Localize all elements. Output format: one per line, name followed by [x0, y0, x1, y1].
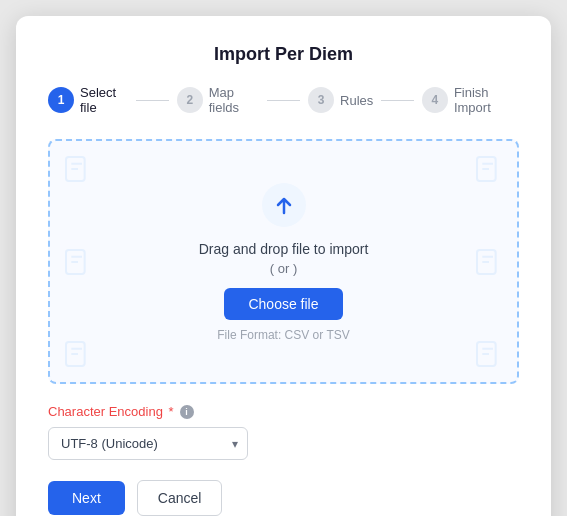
svg-rect-3 [477, 342, 496, 366]
step-2-circle: 2 [177, 87, 203, 113]
deco-br [473, 338, 505, 370]
step-1-label: Select file [80, 85, 128, 115]
next-button[interactable]: Next [48, 481, 125, 515]
step-2: 2 Map fields [177, 85, 260, 115]
svg-rect-0 [66, 157, 85, 181]
step-divider-3 [381, 100, 414, 101]
step-divider-1 [136, 100, 169, 101]
deco-mr [473, 246, 505, 278]
step-4-label: Finish Import [454, 85, 519, 115]
step-4-circle: 4 [422, 87, 448, 113]
or-text: ( or ) [270, 261, 297, 276]
step-1-circle: 1 [48, 87, 74, 113]
svg-rect-1 [477, 157, 496, 181]
drop-zone[interactable]: Drag and drop file to import ( or ) Choo… [48, 139, 519, 384]
encoding-label: Character Encoding * [48, 404, 174, 419]
footer-actions: Next Cancel [48, 480, 519, 516]
encoding-info-icon[interactable]: i [180, 405, 194, 419]
encoding-label-row: Character Encoding * i [48, 404, 519, 419]
upload-icon [260, 181, 308, 229]
step-1: 1 Select file [48, 85, 128, 115]
import-modal: Import Per Diem 1 Select file 2 Map fiel… [16, 16, 551, 516]
deco-tl [62, 153, 94, 185]
step-divider-2 [267, 100, 300, 101]
deco-bl [62, 338, 94, 370]
step-3: 3 Rules [308, 87, 373, 113]
svg-rect-5 [477, 250, 496, 274]
step-3-circle: 3 [308, 87, 334, 113]
file-format-hint: File Format: CSV or TSV [217, 328, 349, 342]
step-3-label: Rules [340, 93, 373, 108]
svg-rect-2 [66, 342, 85, 366]
cancel-button[interactable]: Cancel [137, 480, 223, 516]
encoding-field-group: Character Encoding * i UTF-8 (Unicode) A… [48, 404, 519, 460]
deco-ml [62, 246, 94, 278]
stepper: 1 Select file 2 Map fields 3 Rules 4 Fin… [48, 85, 519, 115]
modal-title: Import Per Diem [48, 44, 519, 65]
step-2-label: Map fields [209, 85, 260, 115]
choose-file-button[interactable]: Choose file [224, 288, 342, 320]
encoding-select[interactable]: UTF-8 (Unicode) ASCII ISO-8859-1 UTF-16 [48, 427, 248, 460]
drag-drop-text: Drag and drop file to import [199, 241, 369, 257]
encoding-select-wrapper: UTF-8 (Unicode) ASCII ISO-8859-1 UTF-16 … [48, 427, 248, 460]
svg-rect-4 [66, 250, 85, 274]
step-4: 4 Finish Import [422, 85, 519, 115]
deco-tr [473, 153, 505, 185]
